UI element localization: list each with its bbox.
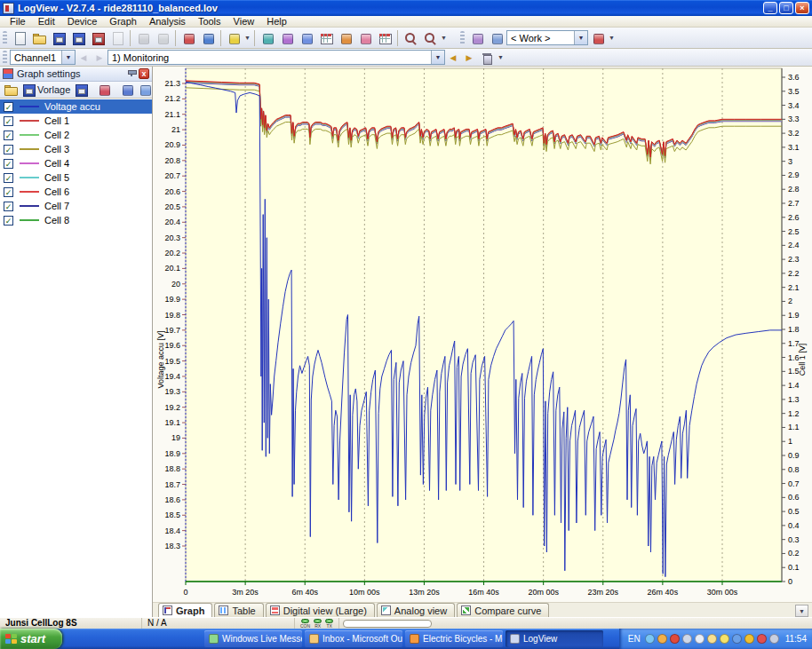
curve-list-item-cell-8[interactable]: ✓Cell 8 xyxy=(0,213,152,227)
previous-channel-button[interactable]: ◀ xyxy=(76,50,92,66)
tab-digital-view-large-[interactable]: Digital view (Large) xyxy=(266,603,375,617)
curve-checkbox[interactable]: ✓ xyxy=(4,159,13,169)
history-icon[interactable] xyxy=(645,634,655,644)
curve-checkbox[interactable]: ✓ xyxy=(4,102,13,112)
mail-icon[interactable] xyxy=(707,634,717,644)
curve-list-item-cell-6[interactable]: ✓Cell 6 xyxy=(0,185,152,199)
task-button-electric-bicycles-moz-[interactable]: Electric Bicycles - Moz... xyxy=(405,630,503,647)
record-button[interactable] xyxy=(224,29,243,47)
menu-item-analysis[interactable]: Analysis xyxy=(143,16,192,28)
chevron-down-icon[interactable]: ▼ xyxy=(431,51,444,64)
previous-session-button[interactable]: ◀ xyxy=(445,50,461,66)
cursor-tool-button[interactable] xyxy=(258,29,277,47)
task-button-windows-live-messen-[interactable]: Windows Live Messen... xyxy=(204,630,302,647)
device-settings-button[interactable] xyxy=(198,29,218,47)
work-apply-button[interactable] xyxy=(467,29,487,47)
cut-button[interactable] xyxy=(133,29,153,47)
work-combobox[interactable]: < Work > ▼ xyxy=(506,30,588,45)
menu-item-view[interactable]: View xyxy=(227,16,261,28)
zoom-in-button[interactable] xyxy=(401,29,420,47)
channel-combobox[interactable]: Channel1 ▼ xyxy=(10,50,76,65)
toolbar-overflow-icon[interactable]: ▼ xyxy=(497,49,505,67)
sync-icon[interactable] xyxy=(732,634,742,644)
new-file-button[interactable] xyxy=(10,29,29,47)
minimize-button[interactable]: _ xyxy=(763,2,777,14)
window-tool-button[interactable] xyxy=(297,29,316,47)
curve-list-item-cell-3[interactable]: ✓Cell 3 xyxy=(0,142,152,156)
voltage-chart[interactable]: 21.321.221.12120.920.820.720.620.520.420… xyxy=(153,67,812,602)
next-channel-button[interactable]: ▶ xyxy=(92,50,107,66)
next-session-button[interactable]: ▶ xyxy=(461,50,477,66)
export-button[interactable] xyxy=(88,29,107,47)
display-icon[interactable] xyxy=(695,634,705,644)
tab-analog-view[interactable]: Analog view xyxy=(377,603,455,617)
maximize-button[interactable]: □ xyxy=(779,2,793,14)
alert-icon[interactable] xyxy=(757,634,767,644)
toolbar-dropdown-icon[interactable]: ▼ xyxy=(608,29,616,47)
menu-item-device[interactable]: Device xyxy=(61,16,104,28)
curve-checkbox[interactable]: ✓ xyxy=(4,116,13,126)
save-as-button[interactable] xyxy=(68,29,88,47)
task-button-inbox-microsoft-out-[interactable]: Inbox - Microsoft Out... xyxy=(305,630,402,647)
shield-icon[interactable] xyxy=(744,634,754,644)
pin-icon[interactable] xyxy=(126,69,136,79)
time-tool-button[interactable] xyxy=(336,29,355,47)
print-button[interactable] xyxy=(107,29,127,47)
panel-close-icon[interactable]: x xyxy=(139,68,149,79)
task-button-logview[interactable]: LogView xyxy=(506,630,603,647)
language-indicator[interactable]: EN xyxy=(628,634,641,644)
curve-list-item-cell-5[interactable]: ✓Cell 5 xyxy=(0,170,152,185)
close-button[interactable]: × xyxy=(795,2,809,14)
save-template-button[interactable]: Vorlage xyxy=(20,82,72,98)
work-add-button[interactable] xyxy=(487,29,506,47)
toolbar-grip[interactable] xyxy=(460,31,465,45)
reset-curves-button[interactable] xyxy=(95,82,113,98)
menu-item-help[interactable]: Help xyxy=(260,16,293,28)
curve-checkbox[interactable]: ✓ xyxy=(4,131,13,140)
open-file-button[interactable] xyxy=(29,29,49,47)
chevron-down-icon[interactable]: ▼ xyxy=(61,51,75,64)
tab-compare-curve[interactable]: Compare curve xyxy=(457,603,549,617)
curve-checkbox[interactable]: ✓ xyxy=(4,145,13,154)
delete-session-button[interactable] xyxy=(477,49,497,67)
clock-icon[interactable] xyxy=(769,634,779,644)
toolbar-grip[interactable] xyxy=(3,31,7,45)
save-button[interactable] xyxy=(49,29,68,47)
session-combobox[interactable]: 1) Monitoring ▼ xyxy=(107,50,445,65)
curve-checkbox[interactable]: ✓ xyxy=(4,216,13,226)
device-icon[interactable] xyxy=(682,634,692,644)
save-as-template-button[interactable] xyxy=(72,82,90,98)
smiley-icon[interactable] xyxy=(720,634,729,644)
chevron-down-icon[interactable]: ▼ xyxy=(574,31,587,44)
load-template-button[interactable] xyxy=(2,82,20,98)
chart-area[interactable]: 21.321.221.12120.920.820.720.620.520.420… xyxy=(153,67,812,602)
menu-item-edit[interactable]: Edit xyxy=(32,16,61,28)
curve-checkbox[interactable]: ✓ xyxy=(4,187,13,197)
curve-checkbox[interactable]: ✓ xyxy=(4,173,13,183)
menu-item-tools[interactable]: Tools xyxy=(192,16,227,28)
curve-list-item-cell-1[interactable]: ✓Cell 1 xyxy=(0,114,152,128)
toolbar-dropdown-icon[interactable]: ▼ xyxy=(440,29,448,47)
curve-list-item-voltage-accu[interactable]: ✓Voltage accu xyxy=(0,99,152,114)
curve-list-item-cell-7[interactable]: ✓Cell 7 xyxy=(0,199,152,213)
tab-table[interactable]: Table xyxy=(214,603,263,617)
annotate-tool-button[interactable] xyxy=(277,29,297,47)
start-button[interactable]: start xyxy=(0,629,62,649)
measure-tool-button[interactable] xyxy=(355,29,375,47)
paste-button[interactable] xyxy=(153,29,172,47)
acrobat-icon[interactable] xyxy=(670,634,680,644)
tab-overflow-icon[interactable]: ▼ xyxy=(795,605,808,617)
curve-list-item-cell-2[interactable]: ✓Cell 2 xyxy=(0,128,152,142)
menu-item-graph[interactable]: Graph xyxy=(103,16,143,28)
bar-chart-button[interactable] xyxy=(375,29,394,47)
zoom-out-button[interactable] xyxy=(420,29,440,47)
device-connect-button[interactable] xyxy=(179,29,198,47)
taskbar-clock[interactable]: 11:54 xyxy=(785,634,807,644)
toolbar-dropdown-icon[interactable]: ▼ xyxy=(243,29,251,47)
table-tool-button[interactable] xyxy=(316,29,336,47)
work-delete-button[interactable] xyxy=(588,29,608,47)
tab-graph[interactable]: Graph xyxy=(158,603,212,617)
messenger-tray-icon[interactable] xyxy=(657,634,667,644)
curve-list-item-cell-4[interactable]: ✓Cell 4 xyxy=(0,156,152,170)
menu-item-file[interactable]: File xyxy=(4,16,32,28)
